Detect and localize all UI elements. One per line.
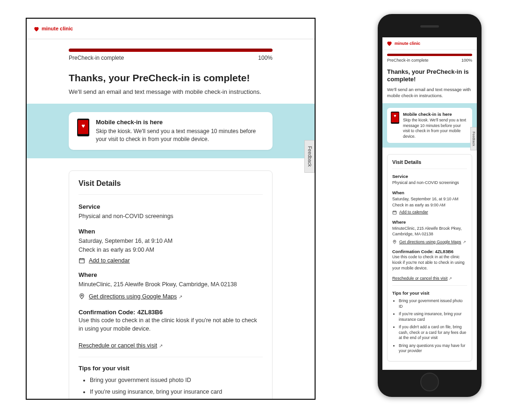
callout-body-mobile: Skip the kiosk. We'll send you a text me… bbox=[403, 118, 468, 139]
confirmation-body-mobile: Use this code to check in at the clinic … bbox=[392, 254, 467, 271]
page-subtitle-mobile: We'll send an email and text message wit… bbox=[387, 86, 472, 99]
external-link-icon: ↗ bbox=[159, 343, 163, 348]
calendar-icon bbox=[79, 257, 85, 264]
tips-title-mobile: Tips for your visit bbox=[392, 290, 467, 296]
callout-title-mobile: Mobile check-in is here bbox=[403, 112, 468, 117]
progress-percent-mobile: 100% bbox=[461, 58, 472, 63]
reschedule-cancel-link[interactable]: Reschedule or cancel this visit bbox=[79, 342, 157, 349]
phone-speaker bbox=[420, 25, 439, 28]
visit-details-card: Visit Details Service Physical and non-C… bbox=[69, 170, 273, 400]
callout-band-mobile: Mobile check-in is here Skip the kiosk. … bbox=[382, 103, 477, 148]
brand-text: minute clinic bbox=[42, 26, 73, 31]
service-value-mobile: Physical and non-COVID screenings bbox=[392, 180, 467, 185]
progress-bar-mobile bbox=[387, 54, 472, 56]
external-link-icon: ↗ bbox=[179, 294, 182, 299]
svg-rect-0 bbox=[79, 259, 85, 263]
tip-item: If you didn't add a card on file, bring … bbox=[399, 325, 467, 340]
add-to-calendar-link[interactable]: Add to calendar bbox=[89, 257, 130, 264]
phone-frame: minute clinic PreCheck-in complete 100% … bbox=[378, 14, 482, 397]
smartphone-heart-icon bbox=[391, 112, 399, 124]
phone-screen: minute clinic PreCheck-in complete 100% … bbox=[382, 37, 477, 370]
callout-title: Mobile check-in is here bbox=[96, 119, 264, 126]
svg-point-1 bbox=[81, 295, 83, 296]
feedback-tab-mobile[interactable]: Feedback bbox=[470, 127, 477, 150]
svg-point-3 bbox=[394, 241, 395, 242]
tips-title: Tips for your visit bbox=[79, 365, 263, 372]
progress-label-mobile: PreCheck-in complete bbox=[387, 58, 429, 63]
external-link-icon: ↗ bbox=[449, 276, 452, 281]
service-label: Service bbox=[79, 203, 263, 210]
tip-item: Bring your government issued photo ID bbox=[90, 376, 263, 385]
map-pin-icon bbox=[79, 293, 85, 299]
where-value: MinuteClinic, 215 Alewife Brook Pkwy, Ca… bbox=[79, 280, 263, 289]
feedback-tab[interactable]: Feedback bbox=[304, 140, 315, 173]
when-label-mobile: When bbox=[392, 190, 467, 195]
where-label: Where bbox=[79, 271, 263, 278]
mobile-checkin-callout: Mobile check-in is here Skip the kiosk. … bbox=[69, 112, 273, 150]
visit-details-title: Visit Details bbox=[79, 179, 263, 195]
when-label: When bbox=[79, 228, 263, 235]
desktop-window: minute clinic PreCheck-in complete 100% … bbox=[26, 18, 316, 400]
page-title-mobile: Thanks, your PreCheck-in is complete! bbox=[387, 68, 472, 84]
app-header: minute clinic bbox=[27, 19, 315, 39]
visit-details-card-mobile: Visit Details Service Physical and non-C… bbox=[387, 154, 472, 361]
callout-band: Mobile check-in is here Skip the kiosk. … bbox=[27, 104, 315, 158]
tip-item: If you're using insurance, bring your in… bbox=[90, 388, 263, 396]
confirmation-body: Use this code to check in at the clinic … bbox=[79, 316, 263, 334]
tips-list: Bring your government issued photo ID If… bbox=[79, 376, 263, 400]
confirmation-code: 4ZL83B6 bbox=[137, 309, 163, 316]
page-title: Thanks, your PreCheck-in is complete! bbox=[69, 72, 273, 84]
brand-logo: minute clinic bbox=[33, 26, 73, 32]
progress-label: PreCheck-in complete bbox=[69, 55, 124, 61]
service-label-mobile: Service bbox=[392, 174, 467, 179]
tip-item: Bring any questions you may have for you… bbox=[399, 343, 467, 354]
app-header-mobile: minute clinic bbox=[382, 37, 477, 50]
confirmation-label: Confirmation Code: bbox=[79, 309, 135, 316]
phone-home-button[interactable] bbox=[420, 373, 439, 391]
progress-percent: 100% bbox=[258, 55, 273, 61]
when-checkin: Check in as early as 9:00 AM bbox=[79, 246, 263, 254]
callout-body: Skip the kiosk. We'll send you a text me… bbox=[96, 127, 264, 143]
progress-section: PreCheck-in complete 100% bbox=[69, 49, 273, 61]
add-to-calendar-link-mobile[interactable]: Add to calendar bbox=[399, 210, 428, 214]
page-subtitle: We'll send an email and text message wit… bbox=[69, 88, 273, 95]
where-label-mobile: Where bbox=[392, 219, 467, 225]
brand-text-mobile: minute clinic bbox=[395, 42, 420, 46]
service-value: Physical and non-COVID screenings bbox=[79, 212, 263, 221]
where-value-mobile: MinuteClinic, 215 Alewife Brook Pkwy, Ca… bbox=[392, 226, 467, 237]
map-pin-icon bbox=[392, 240, 397, 244]
phone-mock: minute clinic PreCheck-in complete 100% … bbox=[378, 14, 482, 397]
when-value: Saturday, September 16, at 9:10 AM bbox=[79, 237, 263, 246]
get-directions-link-mobile[interactable]: Get directions using Google Maps bbox=[399, 240, 461, 244]
page-body: PreCheck-in complete 100% Thanks, your P… bbox=[27, 39, 315, 400]
visit-details-title-mobile: Visit Details bbox=[392, 159, 467, 169]
tip-item: If you're using insurance, bring your in… bbox=[399, 311, 467, 322]
divider-mobile bbox=[392, 285, 467, 286]
brand-logo-mobile: minute clinic bbox=[386, 40, 420, 47]
mobile-checkin-callout-mobile: Mobile check-in is here Skip the kiosk. … bbox=[387, 108, 472, 143]
tip-item: Bring your government issued photo ID bbox=[399, 298, 467, 309]
reschedule-cancel-link-mobile[interactable]: Reschedule or cancel this visit bbox=[392, 276, 447, 281]
calendar-icon bbox=[392, 210, 397, 215]
progress-bar bbox=[69, 49, 273, 52]
tips-list-mobile: Bring your government issued photo ID If… bbox=[392, 298, 467, 353]
svg-rect-2 bbox=[393, 211, 396, 214]
when-checkin-mobile: Check in as early as 9:00 AM bbox=[392, 202, 467, 208]
smartphone-heart-icon bbox=[77, 119, 89, 136]
confirmation-code-mobile: 4ZL83B6 bbox=[435, 249, 453, 254]
tip-item: If you didn't add a card on file, bring … bbox=[90, 399, 263, 400]
external-link-icon: ↗ bbox=[463, 240, 466, 244]
confirmation-label-mobile: Confirmation Code: bbox=[392, 249, 434, 254]
heart-icon bbox=[386, 40, 393, 47]
divider bbox=[79, 357, 263, 357]
heart-icon bbox=[33, 26, 40, 32]
get-directions-link[interactable]: Get directions using Google Maps bbox=[89, 293, 177, 300]
when-value-mobile: Saturday, September 16, at 9:10 AM bbox=[392, 196, 467, 202]
